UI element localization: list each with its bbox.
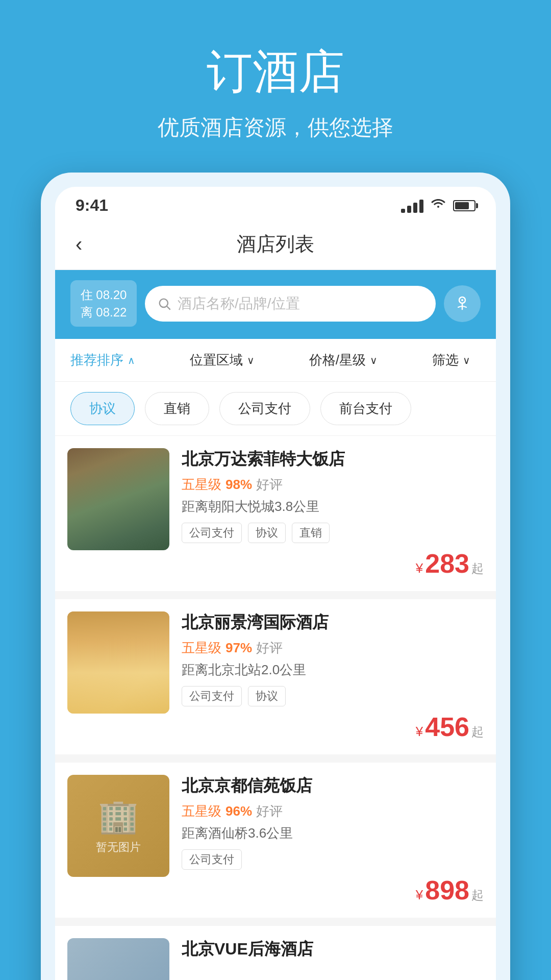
status-bar: 9:41 xyxy=(55,187,496,221)
hotel-info-1: 北京万达索菲特大饭店 五星级 98% 好评 距离朝阳大悦城3.8公里 公司支付 … xyxy=(182,448,484,579)
hotel-info-2: 北京丽景湾国际酒店 五星级 97% 好评 距离北京北站2.0公里 公司支付 协议 xyxy=(182,611,484,742)
hotel-name-3: 北京京都信苑饭店 xyxy=(182,775,484,797)
back-button[interactable]: ‹ xyxy=(76,233,82,256)
hotel-price-row-2: ¥ 456 起 xyxy=(182,712,484,742)
price-value-1: 283 xyxy=(425,548,469,579)
hotel-price-row-1: ¥ 283 起 xyxy=(182,548,484,579)
filter-recommended-label: 推荐排序 xyxy=(70,351,123,369)
hotel-review-pct-2: 97% xyxy=(226,640,252,656)
filter-bar: 推荐排序 ∧ 位置区域 ∨ 价格/星级 ∨ 筛选 xyxy=(55,339,496,382)
signal-icon xyxy=(401,199,423,213)
hotel-rating-2: 五星级 97% 好评 xyxy=(182,639,484,657)
tag-company-pay-2: 公司支付 xyxy=(182,686,242,706)
hotel-stars-3: 五星级 xyxy=(182,802,221,820)
tab-front-desk[interactable]: 前台支付 xyxy=(320,392,411,425)
date-badge[interactable]: 住 08.20 离 08.22 xyxy=(70,280,137,327)
status-icons xyxy=(401,198,475,213)
page-title: 订酒店 xyxy=(0,41,551,103)
phone-screen: 9:41 xyxy=(55,187,496,980)
hotel-list: 北京万达索菲特大饭店 五星级 98% 好评 距离朝阳大悦城3.8公里 公司支付 … xyxy=(55,436,496,980)
hotel-info-4: 北京VUE后海酒店 xyxy=(182,938,484,966)
hotel-review-label-3: 好评 xyxy=(256,802,283,820)
svg-point-4 xyxy=(461,299,463,301)
price-suffix-2: 起 xyxy=(471,724,484,740)
hotel-image-4 xyxy=(67,938,169,980)
page-header: 订酒店 优质酒店资源，供您选择 xyxy=(0,0,551,173)
phone-frame: 9:41 xyxy=(41,173,510,980)
tag-agreement-2: 协议 xyxy=(248,686,286,706)
hotel-review-label-1: 好评 xyxy=(256,476,283,494)
hotel-stars-1: 五星级 xyxy=(182,476,221,494)
wifi-icon xyxy=(431,198,446,213)
filter-more-label: 筛选 xyxy=(432,351,459,369)
filter-more-arrow: ∨ xyxy=(463,354,470,366)
hotel-distance-2: 距离北京北站2.0公里 xyxy=(182,661,484,679)
tag-direct: 直销 xyxy=(292,523,330,543)
hotel-review-label-2: 好评 xyxy=(256,639,283,657)
svg-line-1 xyxy=(167,306,170,309)
status-time: 9:41 xyxy=(76,196,108,215)
hotel-info-3: 北京京都信苑饭店 五星级 96% 好评 距离酒仙桥3.6公里 公司支付 xyxy=(182,775,484,905)
hotel-image-2 xyxy=(67,611,169,714)
tag-agreement: 协议 xyxy=(248,523,286,543)
price-symbol-2: ¥ xyxy=(416,724,423,740)
hotel-card-1[interactable]: 北京万达索菲特大饭店 五星级 98% 好评 距离朝阳大悦城3.8公里 公司支付 … xyxy=(55,436,496,591)
hotel-image-1 xyxy=(67,448,169,550)
phone-wrapper: 9:41 xyxy=(0,173,551,980)
location-icon xyxy=(453,292,471,315)
hotel-distance-3: 距离酒仙桥3.6公里 xyxy=(182,824,484,842)
price-suffix-3: 起 xyxy=(471,887,484,903)
hotel-review-pct-1: 98% xyxy=(226,477,252,493)
hotel-name-4: 北京VUE后海酒店 xyxy=(182,938,484,961)
search-icon xyxy=(157,297,171,311)
hotel-tags-2: 公司支付 协议 xyxy=(182,686,484,706)
tab-agreement[interactable]: 协议 xyxy=(70,392,135,425)
nav-bar: ‹ 酒店列表 xyxy=(55,221,496,270)
search-box[interactable]: 酒店名称/品牌/位置 xyxy=(145,286,436,322)
filter-more[interactable]: 筛选 ∨ xyxy=(422,351,481,369)
hotel-review-pct-3: 96% xyxy=(226,803,252,819)
search-area: 住 08.20 离 08.22 酒店名称/品牌/位置 xyxy=(55,270,496,339)
hotel-name-2: 北京丽景湾国际酒店 xyxy=(182,611,484,634)
no-image-label: 暂无图片 xyxy=(96,840,141,855)
hotel-distance-1: 距离朝阳大悦城3.8公里 xyxy=(182,498,484,516)
filter-location[interactable]: 位置区域 ∨ xyxy=(180,351,265,369)
hotel-stars-2: 五星级 xyxy=(182,639,221,657)
price-value-2: 456 xyxy=(425,712,469,742)
filter-recommended-arrow: ∧ xyxy=(128,354,135,366)
tab-bar: 协议 直销 公司支付 前台支付 xyxy=(55,382,496,436)
tag-company-pay: 公司支付 xyxy=(182,523,242,543)
price-symbol-1: ¥ xyxy=(416,560,423,576)
price-value-3: 898 xyxy=(425,875,469,905)
hotel-rating-3: 五星级 96% 好评 xyxy=(182,802,484,820)
hotel-card-4[interactable]: 北京VUE后海酒店 xyxy=(55,926,496,980)
hotel-tags-3: 公司支付 xyxy=(182,849,484,870)
hotel-price-row-3: ¥ 898 起 xyxy=(182,875,484,905)
nav-title: 酒店列表 xyxy=(237,231,314,257)
hotel-card-2[interactable]: 北京丽景湾国际酒店 五星级 97% 好评 距离北京北站2.0公里 公司支付 协议 xyxy=(55,599,496,754)
hotel-tags-1: 公司支付 协议 直销 xyxy=(182,523,484,543)
tag-company-pay-3: 公司支付 xyxy=(182,849,242,870)
tab-direct[interactable]: 直销 xyxy=(145,392,209,425)
price-symbol-3: ¥ xyxy=(416,887,423,903)
price-suffix-1: 起 xyxy=(471,560,484,577)
filter-location-label: 位置区域 xyxy=(190,351,243,369)
filter-price-star-label: 价格/星级 xyxy=(309,351,366,369)
location-button[interactable] xyxy=(444,285,481,322)
search-input-placeholder: 酒店名称/品牌/位置 xyxy=(178,294,300,313)
filter-recommended[interactable]: 推荐排序 ∧ xyxy=(70,351,145,369)
filter-price-star-arrow: ∨ xyxy=(370,354,378,366)
battery-icon xyxy=(453,200,475,211)
filter-location-arrow: ∨ xyxy=(247,354,255,366)
svg-point-0 xyxy=(160,299,168,307)
filter-price-star[interactable]: 价格/星级 ∨ xyxy=(299,351,388,369)
page-subtitle: 优质酒店资源，供您选择 xyxy=(0,113,551,142)
tab-company-pay[interactable]: 公司支付 xyxy=(219,392,310,425)
hotel-card-3[interactable]: 🏢 暂无图片 北京京都信苑饭店 五星级 96% 好评 距离酒仙桥3.6公里 xyxy=(55,763,496,918)
hotel-rating-1: 五星级 98% 好评 xyxy=(182,476,484,494)
hotel-image-3: 🏢 暂无图片 xyxy=(67,775,169,877)
hotel-name-1: 北京万达索菲特大饭店 xyxy=(182,448,484,471)
